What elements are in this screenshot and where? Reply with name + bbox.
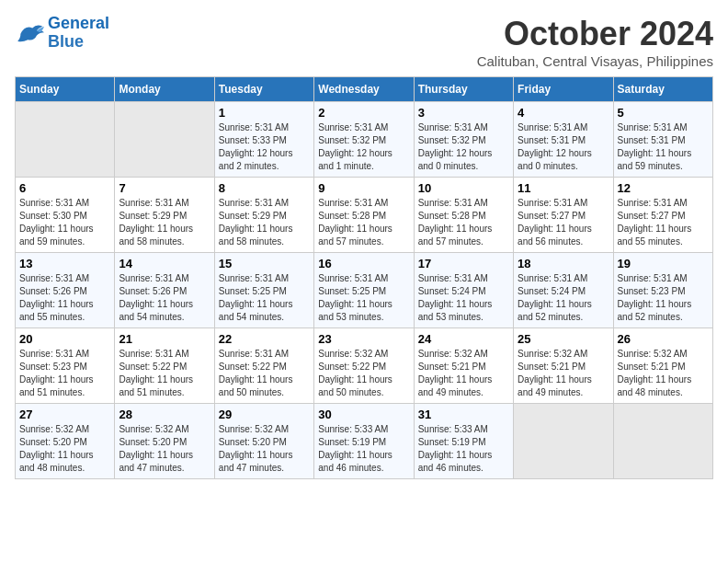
- day-number: 25: [518, 332, 609, 346]
- day-number: 6: [19, 181, 110, 195]
- calendar-cell: 7Sunrise: 5:31 AM Sunset: 5:29 PM Daylig…: [115, 178, 214, 253]
- calendar-cell: 2Sunrise: 5:31 AM Sunset: 5:32 PM Daylig…: [314, 102, 414, 178]
- calendar-cell: 14Sunrise: 5:31 AM Sunset: 5:26 PM Dayli…: [115, 253, 214, 328]
- cell-content: Sunrise: 5:31 AM Sunset: 5:23 PM Dayligh…: [618, 272, 709, 324]
- cell-content: Sunrise: 5:31 AM Sunset: 5:30 PM Dayligh…: [19, 197, 110, 248]
- month-title: October 2024: [477, 15, 713, 53]
- calendar-cell: 11Sunrise: 5:31 AM Sunset: 5:27 PM Dayli…: [514, 178, 613, 253]
- cell-content: Sunrise: 5:31 AM Sunset: 5:28 PM Dayligh…: [418, 197, 509, 248]
- calendar-cell: 6Sunrise: 5:31 AM Sunset: 5:30 PM Daylig…: [16, 178, 115, 253]
- cell-content: Sunrise: 5:31 AM Sunset: 5:26 PM Dayligh…: [119, 272, 210, 324]
- calendar-cell: 9Sunrise: 5:31 AM Sunset: 5:28 PM Daylig…: [314, 178, 414, 253]
- cell-content: Sunrise: 5:31 AM Sunset: 5:24 PM Dayligh…: [518, 272, 609, 324]
- calendar-cell: 16Sunrise: 5:31 AM Sunset: 5:25 PM Dayli…: [314, 253, 414, 328]
- cell-content: Sunrise: 5:32 AM Sunset: 5:20 PM Dayligh…: [19, 423, 110, 475]
- calendar-cell: 12Sunrise: 5:31 AM Sunset: 5:27 PM Dayli…: [613, 178, 712, 253]
- day-number: 22: [219, 332, 310, 346]
- calendar-cell: 3Sunrise: 5:31 AM Sunset: 5:32 PM Daylig…: [414, 102, 513, 178]
- calendar-cell: [16, 102, 115, 178]
- calendar-cell: 10Sunrise: 5:31 AM Sunset: 5:28 PM Dayli…: [414, 178, 513, 253]
- col-header-monday: Monday: [115, 77, 214, 102]
- col-header-saturday: Saturday: [613, 77, 712, 102]
- calendar-cell: 31Sunrise: 5:33 AM Sunset: 5:19 PM Dayli…: [414, 404, 513, 479]
- day-number: 5: [618, 106, 709, 120]
- calendar-cell: 20Sunrise: 5:31 AM Sunset: 5:23 PM Dayli…: [16, 328, 115, 404]
- header-row: SundayMondayTuesdayWednesdayThursdayFrid…: [16, 77, 713, 102]
- cell-content: Sunrise: 5:31 AM Sunset: 5:32 PM Dayligh…: [418, 121, 509, 173]
- calendar-cell: 5Sunrise: 5:31 AM Sunset: 5:31 PM Daylig…: [613, 102, 712, 178]
- cell-content: Sunrise: 5:32 AM Sunset: 5:21 PM Dayligh…: [618, 348, 709, 399]
- week-row-1: 1Sunrise: 5:31 AM Sunset: 5:33 PM Daylig…: [16, 102, 713, 178]
- day-number: 26: [618, 332, 709, 346]
- cell-content: Sunrise: 5:32 AM Sunset: 5:21 PM Dayligh…: [518, 348, 609, 399]
- day-number: 19: [618, 257, 709, 270]
- cell-content: Sunrise: 5:31 AM Sunset: 5:31 PM Dayligh…: [518, 121, 609, 173]
- cell-content: Sunrise: 5:31 AM Sunset: 5:29 PM Dayligh…: [219, 197, 310, 248]
- day-number: 21: [119, 332, 210, 346]
- day-number: 30: [318, 408, 409, 421]
- cell-content: Sunrise: 5:32 AM Sunset: 5:21 PM Dayligh…: [418, 348, 509, 399]
- day-number: 11: [518, 181, 609, 195]
- week-row-3: 13Sunrise: 5:31 AM Sunset: 5:26 PM Dayli…: [16, 253, 713, 328]
- day-number: 9: [318, 181, 409, 195]
- col-header-tuesday: Tuesday: [214, 77, 313, 102]
- page-header: General Blue October 2024 Calituban, Cen…: [15, 15, 713, 69]
- logo-text-general: General: [48, 15, 109, 33]
- day-number: 23: [318, 332, 409, 346]
- calendar-cell: 23Sunrise: 5:32 AM Sunset: 5:22 PM Dayli…: [314, 328, 414, 404]
- calendar-cell: 15Sunrise: 5:31 AM Sunset: 5:25 PM Dayli…: [214, 253, 313, 328]
- calendar-cell: 22Sunrise: 5:31 AM Sunset: 5:22 PM Dayli…: [214, 328, 313, 404]
- calendar-cell: 1Sunrise: 5:31 AM Sunset: 5:33 PM Daylig…: [214, 102, 313, 178]
- day-number: 4: [518, 106, 609, 120]
- day-number: 14: [119, 257, 210, 270]
- day-number: 10: [418, 181, 509, 195]
- cell-content: Sunrise: 5:33 AM Sunset: 5:19 PM Dayligh…: [418, 423, 509, 475]
- day-number: 7: [119, 181, 210, 195]
- calendar-cell: [514, 404, 613, 479]
- cell-content: Sunrise: 5:31 AM Sunset: 5:32 PM Dayligh…: [318, 121, 409, 173]
- logo-bird-icon: [15, 20, 44, 46]
- cell-content: Sunrise: 5:31 AM Sunset: 5:22 PM Dayligh…: [119, 348, 210, 399]
- day-number: 3: [418, 106, 509, 120]
- calendar-cell: 30Sunrise: 5:33 AM Sunset: 5:19 PM Dayli…: [314, 404, 414, 479]
- calendar-cell: 24Sunrise: 5:32 AM Sunset: 5:21 PM Dayli…: [414, 328, 513, 404]
- cell-content: Sunrise: 5:31 AM Sunset: 5:24 PM Dayligh…: [418, 272, 509, 324]
- day-number: 16: [318, 257, 409, 270]
- day-number: 18: [518, 257, 609, 270]
- title-block: October 2024 Calituban, Central Visayas,…: [477, 15, 713, 69]
- calendar-cell: 17Sunrise: 5:31 AM Sunset: 5:24 PM Dayli…: [414, 253, 513, 328]
- week-row-2: 6Sunrise: 5:31 AM Sunset: 5:30 PM Daylig…: [16, 178, 713, 253]
- day-number: 24: [418, 332, 509, 346]
- week-row-5: 27Sunrise: 5:32 AM Sunset: 5:20 PM Dayli…: [16, 404, 713, 479]
- col-header-wednesday: Wednesday: [314, 77, 414, 102]
- calendar-table: SundayMondayTuesdayWednesdayThursdayFrid…: [15, 76, 713, 479]
- cell-content: Sunrise: 5:31 AM Sunset: 5:25 PM Dayligh…: [219, 272, 310, 324]
- day-number: 17: [418, 257, 509, 270]
- cell-content: Sunrise: 5:33 AM Sunset: 5:19 PM Dayligh…: [318, 423, 409, 475]
- cell-content: Sunrise: 5:31 AM Sunset: 5:23 PM Dayligh…: [19, 348, 110, 399]
- col-header-sunday: Sunday: [16, 77, 115, 102]
- day-number: 13: [19, 257, 110, 270]
- calendar-cell: 13Sunrise: 5:31 AM Sunset: 5:26 PM Dayli…: [16, 253, 115, 328]
- cell-content: Sunrise: 5:32 AM Sunset: 5:22 PM Dayligh…: [318, 348, 409, 399]
- day-number: 2: [318, 106, 409, 120]
- cell-content: Sunrise: 5:31 AM Sunset: 5:25 PM Dayligh…: [318, 272, 409, 324]
- location-subtitle: Calituban, Central Visayas, Philippines: [477, 53, 713, 69]
- day-number: 1: [219, 106, 310, 120]
- cell-content: Sunrise: 5:32 AM Sunset: 5:20 PM Dayligh…: [119, 423, 210, 475]
- calendar-cell: 28Sunrise: 5:32 AM Sunset: 5:20 PM Dayli…: [115, 404, 214, 479]
- calendar-cell: 18Sunrise: 5:31 AM Sunset: 5:24 PM Dayli…: [514, 253, 613, 328]
- calendar-cell: 19Sunrise: 5:31 AM Sunset: 5:23 PM Dayli…: [613, 253, 712, 328]
- day-number: 20: [19, 332, 110, 346]
- day-number: 29: [219, 408, 310, 421]
- calendar-cell: 26Sunrise: 5:32 AM Sunset: 5:21 PM Dayli…: [613, 328, 712, 404]
- calendar-cell: 27Sunrise: 5:32 AM Sunset: 5:20 PM Dayli…: [16, 404, 115, 479]
- day-number: 8: [219, 181, 310, 195]
- calendar-cell: 8Sunrise: 5:31 AM Sunset: 5:29 PM Daylig…: [214, 178, 313, 253]
- week-row-4: 20Sunrise: 5:31 AM Sunset: 5:23 PM Dayli…: [16, 328, 713, 404]
- calendar-cell: [613, 404, 712, 479]
- cell-content: Sunrise: 5:31 AM Sunset: 5:26 PM Dayligh…: [19, 272, 110, 324]
- cell-content: Sunrise: 5:32 AM Sunset: 5:20 PM Dayligh…: [219, 423, 310, 475]
- day-number: 28: [119, 408, 210, 421]
- cell-content: Sunrise: 5:31 AM Sunset: 5:33 PM Dayligh…: [219, 121, 310, 173]
